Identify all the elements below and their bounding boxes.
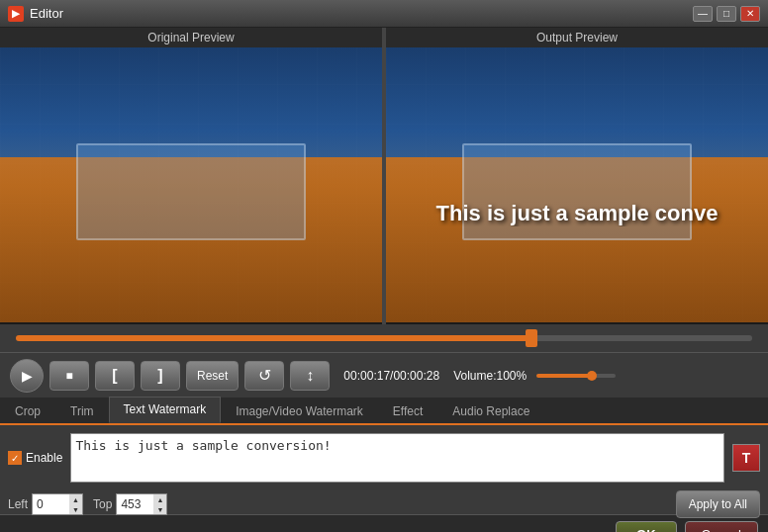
tab-effect[interactable]: Effect bbox=[378, 399, 437, 423]
top-spinner[interactable]: ▲ ▼ bbox=[153, 493, 167, 515]
tab-text-watermark[interactable]: Text Watermark bbox=[109, 397, 222, 423]
top-label: Top bbox=[93, 497, 112, 511]
watermark-row1: Enable T bbox=[8, 433, 760, 483]
volume-slider[interactable] bbox=[536, 374, 616, 378]
enable-checkbox[interactable] bbox=[8, 451, 22, 465]
title-bar: ▶ Editor — □ ✕ bbox=[0, 0, 768, 28]
volume-thumb[interactable] bbox=[587, 371, 597, 381]
enable-check: Enable bbox=[8, 451, 62, 465]
original-preview-panel: Original Preview bbox=[0, 28, 382, 324]
tabs-bar: Crop Trim Text Watermark Image/Video Wat… bbox=[0, 398, 768, 425]
controls-bar: ▶ ■ [ ] Reset ↺ ↕ 00:00:17/00:00:28 Volu… bbox=[0, 352, 768, 398]
top-spin-up[interactable]: ▲ bbox=[153, 494, 166, 504]
apply-to-all-button[interactable]: Apply to All bbox=[676, 490, 760, 518]
maximize-button[interactable]: □ bbox=[717, 6, 736, 22]
preview-area: Original Preview Output Preview This is … bbox=[0, 28, 768, 324]
cancel-button[interactable]: Cancel bbox=[685, 521, 758, 532]
left-label: Left bbox=[8, 497, 28, 511]
timeline-bar bbox=[0, 324, 768, 352]
close-button[interactable]: ✕ bbox=[740, 6, 760, 22]
scrubber-thumb[interactable] bbox=[526, 329, 537, 347]
reset-button[interactable]: Reset bbox=[186, 361, 239, 391]
original-preview-content bbox=[0, 47, 382, 322]
tab-trim[interactable]: Trim bbox=[55, 399, 109, 423]
tab-audio-replace[interactable]: Audio Replace bbox=[437, 399, 544, 423]
mark-in-button[interactable]: [ bbox=[95, 361, 135, 391]
time-display: 00:00:17/00:00:28 bbox=[343, 369, 439, 383]
left-spin-up[interactable]: ▲ bbox=[69, 494, 82, 504]
enable-label: Enable bbox=[26, 451, 62, 465]
original-court-bg bbox=[0, 47, 382, 322]
font-button[interactable]: T bbox=[732, 444, 760, 472]
ok-button[interactable]: OK bbox=[616, 521, 677, 532]
tab-image-video-watermark[interactable]: Image/Video Watermark bbox=[221, 399, 378, 423]
top-spin-down[interactable]: ▼ bbox=[153, 504, 166, 514]
watermark-text-input[interactable] bbox=[70, 433, 724, 483]
watermark-row2: Left ▲ ▼ Top ▲ ▼ Apply to All bbox=[8, 490, 760, 518]
left-spin-down[interactable]: ▼ bbox=[69, 504, 82, 514]
watermark-sample-text: This is just a sample conve bbox=[386, 201, 768, 226]
minimize-button[interactable]: — bbox=[693, 6, 713, 22]
stop-button[interactable]: ■ bbox=[49, 361, 89, 391]
window-title: Editor bbox=[30, 6, 693, 21]
output-preview-content: This is just a sample conve bbox=[386, 47, 768, 322]
scrubber-track[interactable] bbox=[16, 335, 752, 341]
left-coord-group: Left ▲ ▼ bbox=[8, 493, 83, 515]
left-input[interactable] bbox=[32, 493, 69, 515]
output-court-bg: This is just a sample conve bbox=[386, 47, 768, 322]
window-controls: — □ ✕ bbox=[693, 6, 760, 22]
play-button[interactable]: ▶ bbox=[10, 359, 44, 393]
swap-button[interactable]: ↕ bbox=[290, 361, 330, 391]
top-input[interactable] bbox=[116, 493, 153, 515]
undo-button[interactable]: ↺ bbox=[244, 361, 284, 391]
top-coord-group: Top ▲ ▼ bbox=[93, 493, 167, 515]
left-spinner[interactable]: ▲ ▼ bbox=[69, 493, 83, 515]
output-preview-label: Output Preview bbox=[386, 28, 768, 47]
output-preview-panel: Output Preview This is just a sample con… bbox=[386, 28, 768, 324]
tab-crop[interactable]: Crop bbox=[0, 399, 55, 423]
volume-label: Volume:100% bbox=[453, 369, 527, 383]
mark-out-button[interactable]: ] bbox=[141, 361, 180, 391]
original-preview-label: Original Preview bbox=[0, 28, 382, 47]
text-watermark-panel: Enable T Left ▲ ▼ Top ▲ ▼ bbox=[0, 425, 768, 514]
app-icon: ▶ bbox=[8, 6, 24, 22]
